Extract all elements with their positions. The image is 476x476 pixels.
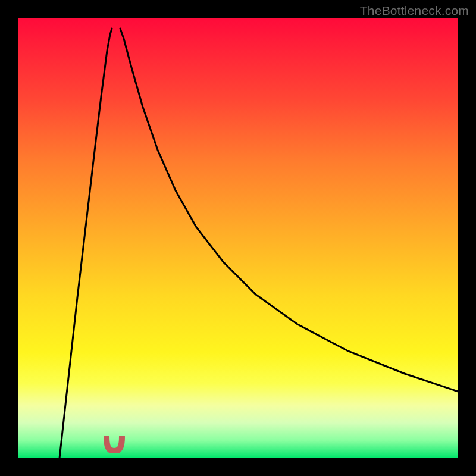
u-dip-path: [107, 437, 122, 451]
watermark-text: TheBottleneck.com: [360, 4, 469, 18]
bottleneck-curve: [18, 18, 458, 458]
curve-right-branch: [120, 29, 458, 392]
u-dip-marker: [104, 436, 125, 453]
curve-left-branch: [60, 29, 112, 458]
chart-plot-area: [18, 18, 458, 458]
